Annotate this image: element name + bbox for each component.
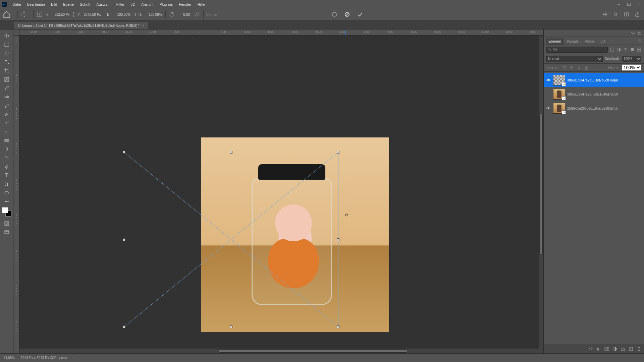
antialiasing-label[interactable]: Glätten bbox=[206, 13, 217, 16]
layer-row[interactable]: ▭3865a59347e7a...c611646d7b5c8 bbox=[544, 87, 644, 101]
color-swatches[interactable] bbox=[2, 207, 11, 217]
menu-ebene[interactable]: Ebene bbox=[60, 0, 77, 9]
layer-fx-icon[interactable]: fx bbox=[596, 347, 601, 352]
horizontal-ruler[interactable]: -3500-3000-2500-2000-1500-1000-500050010… bbox=[19, 29, 543, 36]
move-tool[interactable] bbox=[1, 32, 12, 40]
layer-visibility-icon[interactable] bbox=[546, 77, 551, 83]
frame-tool[interactable] bbox=[1, 75, 12, 84]
dodge-tool[interactable] bbox=[1, 154, 12, 162]
lock-all-icon[interactable] bbox=[584, 65, 589, 70]
path-select-tool[interactable] bbox=[1, 180, 12, 188]
menu-bearbeiten[interactable]: Bearbeiten bbox=[24, 0, 48, 9]
layer-mask-icon[interactable] bbox=[604, 347, 609, 352]
document-tab[interactable]: Unbenannt-1 bei 14,1% (3865a59347e7a5d3d… bbox=[14, 22, 148, 29]
ruler-origin[interactable] bbox=[13, 29, 19, 36]
menu-3d[interactable]: 3D bbox=[127, 0, 138, 9]
tab-3d[interactable]: 3D bbox=[598, 38, 608, 45]
crop-tool[interactable] bbox=[1, 66, 12, 75]
eyedropper-tool[interactable] bbox=[1, 84, 12, 93]
menu-fenster[interactable]: Fenster bbox=[176, 0, 194, 9]
transform-handle-bc[interactable] bbox=[230, 325, 232, 328]
warp-icon[interactable] bbox=[331, 11, 338, 18]
commit-transform-icon[interactable] bbox=[357, 11, 363, 18]
menu-datei[interactable]: Datei bbox=[9, 0, 24, 9]
foreground-color-swatch[interactable] bbox=[2, 207, 8, 213]
layer-name-label[interactable]: 3865a59347e7a5...6d7b5c8 Kopie bbox=[567, 78, 642, 82]
transform-handle-ml[interactable] bbox=[123, 238, 125, 241]
menu-schrift[interactable]: Schrift bbox=[77, 0, 93, 9]
menu-plug-ins[interactable]: Plug-ins bbox=[156, 0, 176, 9]
transform-handle-mr[interactable] bbox=[337, 238, 339, 241]
y-input[interactable] bbox=[82, 11, 101, 17]
filter-pixel-icon[interactable] bbox=[610, 47, 614, 52]
collapse-dock-icon[interactable] bbox=[631, 31, 635, 36]
transform-tool-icon[interactable] bbox=[20, 11, 27, 18]
maximize-button[interactable] bbox=[624, 0, 634, 9]
fill-dropdown[interactable]: 100% bbox=[622, 64, 641, 71]
horizontal-scrollbar[interactable] bbox=[19, 349, 543, 353]
brush-tool[interactable] bbox=[1, 101, 12, 110]
menu-hilfe[interactable]: Hilfe bbox=[194, 0, 208, 9]
filter-adjust-icon[interactable] bbox=[616, 47, 621, 52]
quick-mask-icon[interactable] bbox=[1, 219, 12, 228]
tab-paths[interactable]: Pfade bbox=[582, 38, 597, 45]
history-brush-tool[interactable] bbox=[1, 119, 12, 127]
search-icon[interactable] bbox=[612, 11, 619, 18]
vertical-ruler[interactable]: 05001000150020002500300035004000 bbox=[13, 36, 19, 353]
menu-auswahl[interactable]: Auswahl bbox=[93, 0, 113, 9]
panel-menu-icon[interactable] bbox=[637, 39, 642, 43]
layer-row[interactable]: ▭2bf99c5e26bbe6...9baf6e163a4bb bbox=[544, 101, 644, 115]
group-layers-icon[interactable] bbox=[621, 347, 625, 352]
blur-tool[interactable] bbox=[1, 145, 12, 154]
tab-layers[interactable]: Ebenen bbox=[546, 38, 564, 45]
blend-mode-dropdown[interactable]: Normal bbox=[546, 56, 603, 62]
minimize-button[interactable] bbox=[614, 0, 624, 9]
link-layers-icon[interactable] bbox=[588, 347, 593, 352]
reference-point-icon[interactable] bbox=[36, 11, 43, 18]
delete-layer-icon[interactable] bbox=[637, 347, 641, 352]
filter-shape-icon[interactable] bbox=[630, 47, 635, 52]
filter-smart-icon[interactable] bbox=[637, 47, 641, 52]
x-input[interactable] bbox=[51, 11, 70, 17]
transform-handle-br[interactable] bbox=[337, 325, 339, 328]
rotation-input[interactable] bbox=[176, 11, 191, 17]
transform-handle-bl[interactable] bbox=[123, 325, 125, 328]
menu-ansicht[interactable]: Ansicht bbox=[138, 0, 156, 9]
adjustment-layer-icon[interactable] bbox=[612, 347, 617, 352]
pen-tool[interactable] bbox=[1, 162, 12, 171]
layer-visibility-icon[interactable] bbox=[546, 92, 551, 97]
swap-xy-icon[interactable] bbox=[71, 11, 76, 18]
transform-handle-tc[interactable] bbox=[230, 151, 232, 154]
filter-type-icon[interactable] bbox=[623, 47, 628, 52]
link-wh-icon[interactable] bbox=[132, 11, 137, 18]
eraser-tool[interactable] bbox=[1, 127, 12, 136]
layer-row[interactable]: ▭3865a59347e7a5...6d7b5c8 Kopie bbox=[544, 73, 644, 87]
lasso-tool[interactable] bbox=[1, 49, 12, 58]
transform-handle-tl[interactable] bbox=[123, 151, 125, 154]
free-transform-bounding-box[interactable] bbox=[124, 152, 338, 327]
close-tab-icon[interactable]: × bbox=[142, 24, 144, 27]
layer-name-label[interactable]: 3865a59347e7a...c611646d7b5c8 bbox=[567, 93, 642, 96]
doc-dimensions[interactable]: 3943 Px x 3943 Px (300 ppcm) bbox=[21, 356, 67, 360]
more-tools-icon[interactable] bbox=[1, 197, 12, 206]
skew-h-icon[interactable] bbox=[194, 11, 201, 18]
menu-bild[interactable]: Bild bbox=[48, 0, 60, 9]
marquee-tool[interactable] bbox=[1, 40, 12, 49]
lock-position-icon[interactable] bbox=[569, 65, 574, 70]
layer-filter-search[interactable]: Art bbox=[546, 47, 608, 53]
status-chevron-icon[interactable]: › bbox=[73, 356, 74, 360]
home-icon[interactable] bbox=[3, 10, 11, 18]
screen-mode-icon[interactable] bbox=[1, 228, 12, 237]
cancel-transform-icon[interactable] bbox=[344, 11, 351, 18]
lock-artboard-icon[interactable] bbox=[577, 65, 581, 70]
zoom-readout[interactable]: 14,05% bbox=[3, 356, 15, 360]
canvas-stage[interactable]: ⟳ bbox=[19, 36, 543, 353]
transform-handle-tr[interactable] bbox=[337, 151, 339, 154]
close-button[interactable] bbox=[634, 0, 644, 9]
quick-select-tool[interactable] bbox=[1, 58, 12, 66]
lock-pixels-icon[interactable] bbox=[562, 65, 567, 70]
gradient-tool[interactable] bbox=[1, 136, 12, 145]
w-input[interactable] bbox=[112, 11, 131, 17]
arrange-docs-icon[interactable] bbox=[623, 11, 630, 18]
shape-tool[interactable] bbox=[1, 188, 12, 197]
